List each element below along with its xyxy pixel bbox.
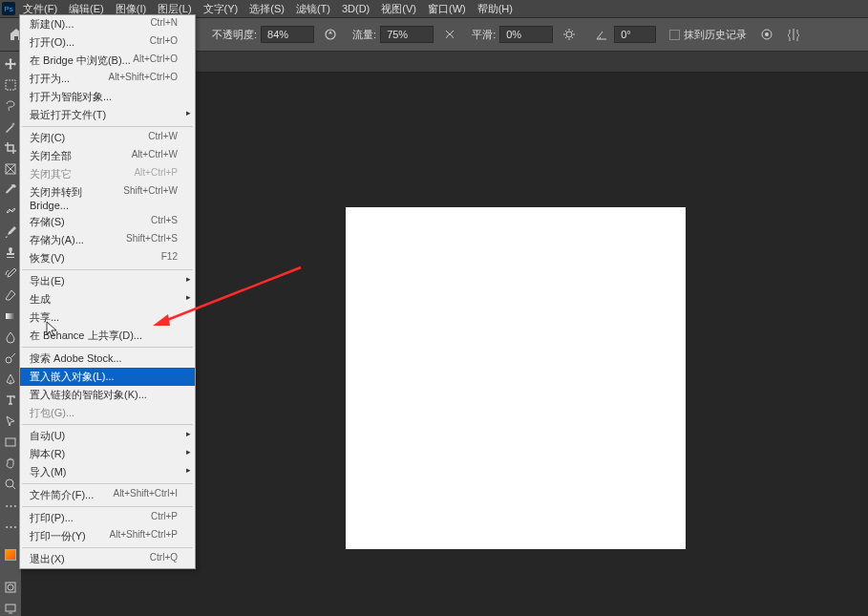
svg-rect-8 <box>6 438 15 446</box>
angle-input[interactable] <box>614 26 656 43</box>
menu-separator <box>22 547 193 548</box>
airbrush-icon[interactable] <box>439 24 460 45</box>
symmetry-icon[interactable] <box>783 24 804 45</box>
svg-point-11 <box>8 584 13 590</box>
menu-item-label: 关闭并转到 Bridge... <box>30 185 123 211</box>
history-checkbox[interactable] <box>669 30 680 40</box>
menu-filter[interactable]: 滤镜(T) <box>290 0 336 18</box>
menu-item-shortcut: Ctrl+O <box>150 35 178 50</box>
menu-separator <box>22 483 193 484</box>
svg-rect-4 <box>6 80 15 90</box>
menu-item-label: 在 Bridge 中浏览(B)... <box>30 53 131 68</box>
menu-item[interactable]: 打印一份(Y)Alt+Shift+Ctrl+P <box>20 527 195 545</box>
menu-item[interactable]: 最近打开文件(T) <box>20 106 195 124</box>
menu-3d[interactable]: 3D(D) <box>336 1 375 16</box>
menu-window[interactable]: 窗口(W) <box>422 0 472 18</box>
menu-item-shortcut: Alt+Ctrl+P <box>134 167 178 181</box>
menu-item-label: 打开(O)... <box>30 35 74 50</box>
history-toggle[interactable]: 抹到历史记录 <box>669 28 747 42</box>
menu-item[interactable]: 在 Bridge 中浏览(B)...Alt+Ctrl+O <box>20 52 195 70</box>
tool-blur[interactable] <box>1 328 20 347</box>
menu-item[interactable]: 打开为智能对象... <box>20 88 195 106</box>
tool-zoom[interactable] <box>1 475 20 494</box>
opacity-input[interactable] <box>261 26 314 43</box>
tool-more[interactable]: ⋯ <box>1 496 20 515</box>
menu-item[interactable]: 文件简介(F)...Alt+Shift+Ctrl+I <box>20 486 195 504</box>
tool-hand[interactable] <box>1 454 20 473</box>
tool-dodge[interactable] <box>1 349 20 368</box>
tool-path-select[interactable] <box>1 412 20 431</box>
tool-gradient[interactable] <box>1 307 20 326</box>
menu-item[interactable]: 置入嵌入对象(L)... <box>20 368 195 386</box>
menu-item[interactable]: 置入链接的智能对象(K)... <box>20 386 195 404</box>
menu-item[interactable]: 存储(S)Ctrl+S <box>20 213 195 231</box>
quick-mask-icon[interactable] <box>1 578 20 597</box>
menu-item[interactable]: 恢复(V)F12 <box>20 249 195 267</box>
menu-item-label: 存储为(A)... <box>30 233 84 247</box>
menu-item-shortcut: Alt+Ctrl+W <box>132 149 178 163</box>
tool-marquee[interactable] <box>1 75 20 95</box>
menu-item[interactable]: 自动(U) <box>20 427 195 445</box>
flow-input[interactable] <box>380 26 434 43</box>
menu-separator <box>22 126 193 127</box>
menu-item-label: 存储(S) <box>30 215 65 229</box>
svg-point-7 <box>6 357 11 363</box>
menu-type[interactable]: 文字(Y) <box>198 0 244 18</box>
tool-frame[interactable] <box>1 159 20 179</box>
menu-item[interactable]: 关闭(C)Ctrl+W <box>20 129 195 147</box>
menu-item[interactable]: 搜索 Adobe Stock... <box>20 350 195 368</box>
screen-mode-icon[interactable] <box>1 599 20 616</box>
smoothing-input[interactable] <box>499 26 553 43</box>
menu-item-shortcut: Shift+Ctrl+S <box>126 233 178 247</box>
menu-item[interactable]: 存储为(A)...Shift+Ctrl+S <box>20 231 195 249</box>
menu-item-shortcut: Ctrl+W <box>148 131 178 145</box>
history-label: 抹到历史记录 <box>684 28 747 42</box>
tool-lasso[interactable] <box>1 96 20 116</box>
tool-rectangle[interactable] <box>1 433 20 452</box>
tool-crop[interactable] <box>1 138 20 158</box>
menu-item[interactable]: 关闭全部Alt+Ctrl+W <box>20 147 195 165</box>
menu-item[interactable]: 打印(P)...Ctrl+P <box>20 509 195 527</box>
menu-item-label: 关闭(C) <box>30 131 65 145</box>
tool-wand[interactable] <box>1 117 20 137</box>
menu-help[interactable]: 帮助(H) <box>472 0 519 18</box>
menu-item[interactable]: 打开(O)...Ctrl+O <box>20 33 195 52</box>
smoothing-field: 平滑: <box>472 26 553 43</box>
menu-item-shortcut: Ctrl+S <box>151 215 178 229</box>
menu-item[interactable]: 生成 <box>20 290 195 308</box>
menu-item-shortcut: Ctrl+P <box>151 511 178 525</box>
tool-pen[interactable] <box>1 370 20 389</box>
tool-brush[interactable] <box>1 223 20 242</box>
menu-item[interactable]: 新建(N)...Ctrl+N <box>20 15 195 33</box>
menu-view[interactable]: 视图(V) <box>375 0 422 18</box>
menu-item[interactable]: 脚本(R) <box>20 445 195 463</box>
menu-item[interactable]: 在 Behance 上共享(D)... <box>20 327 195 345</box>
menu-item-label: 打开为... <box>30 72 70 86</box>
smoothing-options-icon[interactable] <box>559 24 580 45</box>
menu-item[interactable]: 导入(M) <box>20 463 195 481</box>
menu-item[interactable]: 导出(E) <box>20 272 195 290</box>
tool-edit-toolbar[interactable]: ⋯ <box>1 517 20 536</box>
tool-eyedropper[interactable] <box>1 181 20 200</box>
menu-item[interactable]: 退出(X)Ctrl+Q <box>20 550 195 568</box>
foreground-color[interactable] <box>5 549 16 561</box>
menu-item-label: 置入链接的智能对象(K)... <box>30 388 147 402</box>
tool-stamp[interactable] <box>1 244 20 263</box>
svg-point-3 <box>765 32 769 36</box>
menu-item[interactable]: 关闭并转到 Bridge...Shift+Ctrl+W <box>20 183 195 213</box>
pressure-size-icon[interactable] <box>756 24 777 45</box>
menu-separator <box>22 424 193 425</box>
menu-select[interactable]: 选择(S) <box>243 0 290 18</box>
tool-move[interactable] <box>1 54 20 74</box>
tool-type[interactable] <box>1 391 20 410</box>
document-canvas[interactable] <box>346 207 686 549</box>
tool-healing[interactable] <box>1 202 20 221</box>
menu-item-label: 恢复(V) <box>30 251 65 266</box>
tool-eraser[interactable] <box>1 286 20 305</box>
opacity-label: 不透明度: <box>212 28 257 42</box>
pressure-opacity-icon[interactable] <box>320 24 341 45</box>
tool-history-brush[interactable] <box>1 265 20 284</box>
color-swatch[interactable] <box>1 542 20 567</box>
menu-item[interactable]: 打开为...Alt+Shift+Ctrl+O <box>20 70 195 88</box>
menu-item[interactable]: 共享... <box>20 308 195 327</box>
